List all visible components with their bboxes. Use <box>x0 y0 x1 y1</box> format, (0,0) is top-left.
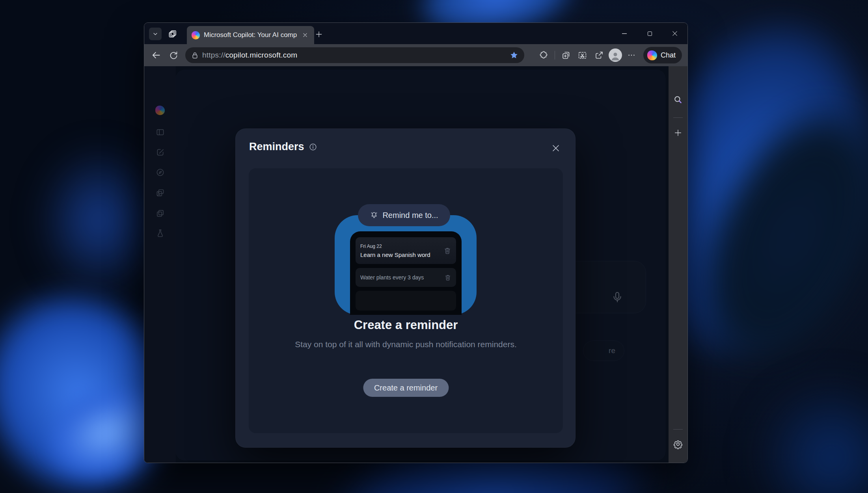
search-icon <box>673 95 683 105</box>
refresh-icon <box>169 50 178 60</box>
sidebar-divider <box>673 429 683 430</box>
reminder-item: Fri Aug 22 Learn a new Spanish word <box>356 237 456 264</box>
browser-tab[interactable]: Microsoft Copilot: Your AI compan <box>187 26 314 44</box>
plus-icon <box>674 128 682 137</box>
tab-title: Microsoft Copilot: Your AI compan <box>204 31 297 39</box>
sidebar-settings-button[interactable] <box>673 439 683 449</box>
minimize-button[interactable] <box>612 23 637 44</box>
chevron-down-icon <box>152 31 158 37</box>
plus-icon <box>315 30 323 38</box>
create-reminder-button[interactable]: Create a reminder <box>363 379 449 397</box>
sidebar-add-button[interactable] <box>674 128 682 137</box>
copilot-favicon <box>192 31 200 39</box>
lock-icon <box>191 51 199 60</box>
chat-button-label: Chat <box>661 51 676 60</box>
illustration-phone: Fri Aug 22 Learn a new Spanish word Wate… <box>350 231 462 315</box>
back-arrow-icon <box>151 50 161 60</box>
reminder-date: Fri Aug 22 <box>360 244 443 249</box>
browser-content: H M re <box>144 66 687 463</box>
address-bar[interactable]: https://copilot.microsoft.com <box>185 47 524 63</box>
collections-button[interactable] <box>559 48 573 62</box>
share-icon <box>594 50 604 60</box>
refresh-button[interactable] <box>166 48 181 62</box>
info-icon <box>309 143 317 151</box>
url-text: https://copilot.microsoft.com <box>202 51 505 60</box>
maximize-button[interactable] <box>637 23 662 44</box>
trash-icon <box>444 274 451 281</box>
url-scheme: https:// <box>202 51 225 59</box>
browser-window: Microsoft Copilot: Your AI compan <box>144 22 688 463</box>
sidebar-divider <box>673 117 683 118</box>
sidebar-search-button[interactable] <box>673 95 683 105</box>
profile-button[interactable] <box>609 48 622 62</box>
tab-close-button[interactable] <box>301 31 309 39</box>
modal-close-button[interactable] <box>549 141 563 155</box>
star-icon <box>510 51 518 60</box>
trash-icon <box>443 247 451 255</box>
modal-header: Reminders <box>249 141 317 153</box>
reminder-text: Learn a new Spanish word <box>360 251 443 258</box>
share-button[interactable] <box>592 48 606 62</box>
close-icon <box>671 30 678 37</box>
screenshot-scissors-icon <box>577 50 587 60</box>
copilot-chat-button[interactable]: Chat <box>643 47 682 63</box>
close-window-button[interactable] <box>662 23 687 44</box>
back-button[interactable] <box>149 48 163 62</box>
ellipsis-icon <box>627 51 636 60</box>
stacked-tabs-icon <box>168 30 177 38</box>
edge-sidebar-rail <box>669 66 687 463</box>
window-controls <box>612 23 687 44</box>
browser-titlebar: Microsoft Copilot: Your AI compan <box>144 23 687 44</box>
tab-search-button[interactable] <box>149 28 162 40</box>
web-capture-button[interactable] <box>576 48 590 62</box>
copilot-logo-icon <box>647 50 657 60</box>
bell-icon <box>370 211 378 220</box>
remind-me-pill: Remind me to... <box>358 204 450 226</box>
url-host: copilot.microsoft.com <box>225 51 298 59</box>
create-reminder-heading: Create a reminder <box>249 318 563 332</box>
close-icon <box>302 32 308 38</box>
desktop: Microsoft Copilot: Your AI compan <box>0 0 868 493</box>
puzzle-icon <box>539 50 548 60</box>
toolbar-right-icons: Chat <box>536 47 682 63</box>
modal-title: Reminders <box>249 141 304 153</box>
browser-toolbar: https://copilot.microsoft.com <box>144 44 687 66</box>
pill-label: Remind me to... <box>382 211 438 220</box>
minimize-icon <box>621 30 628 37</box>
person-icon <box>609 50 621 62</box>
close-icon <box>551 143 561 153</box>
reminders-modal: Reminders Remind me to... <box>235 128 576 448</box>
more-menu-button[interactable] <box>624 48 639 62</box>
bookmark-star-button[interactable] <box>508 49 520 61</box>
gear-icon <box>673 439 683 449</box>
tab-actions-menu-button[interactable] <box>166 28 179 40</box>
new-tab-button[interactable] <box>313 28 325 40</box>
reminder-item: Water plants every 3 days <box>356 268 456 287</box>
toolbar-divider <box>555 51 555 60</box>
info-button[interactable] <box>309 143 317 151</box>
copilot-page: H M re <box>144 66 669 463</box>
reminder-item-partial <box>356 291 456 311</box>
add-to-collections-icon <box>561 50 571 60</box>
extensions-button[interactable] <box>536 48 551 62</box>
create-reminder-subtitle: Stay on top of it all with dynamic push … <box>284 339 528 350</box>
maximize-icon <box>646 30 653 37</box>
reminder-text: Water plants every 3 days <box>360 274 444 281</box>
reminders-card: Remind me to... Fri Aug 22 Learn a new S… <box>249 168 563 433</box>
